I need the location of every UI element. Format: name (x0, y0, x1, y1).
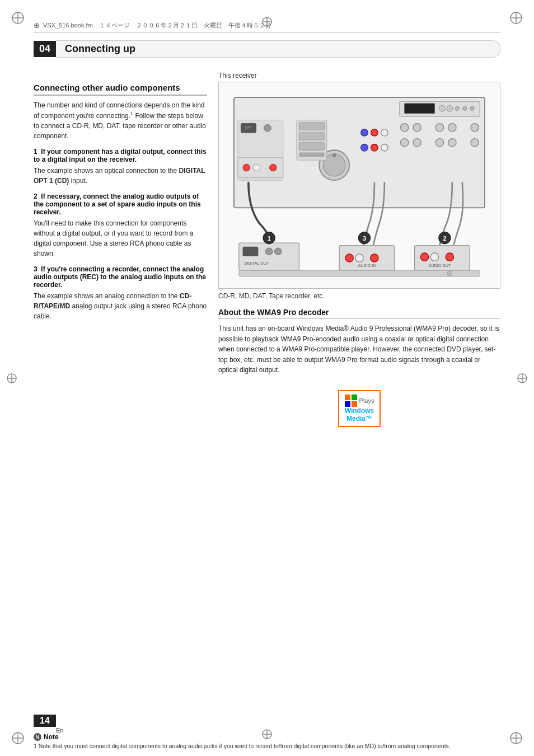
badge-plays-text: Plays (359, 397, 374, 404)
svg-text:AUDIO OUT: AUDIO OUT (429, 264, 451, 268)
svg-point-17 (435, 124, 443, 132)
diagram-svg: OPT (219, 82, 500, 288)
svg-point-11 (447, 105, 453, 111)
top-center-mark (261, 16, 273, 28)
svg-point-60 (446, 253, 453, 261)
svg-point-46 (381, 144, 388, 151)
corner-mark-tl (10, 10, 26, 26)
svg-point-49 (265, 248, 273, 255)
svg-rect-72 (345, 401, 350, 407)
diagram-caption: CD-R, MD, DAT, Tape recorder, etc. (218, 292, 500, 300)
svg-point-54 (355, 254, 363, 262)
step-2-text: You'll need to make this connection for … (34, 218, 207, 259)
corner-mark-tr (508, 10, 524, 26)
svg-rect-37 (299, 123, 324, 130)
main-content: Connecting other audio components The nu… (34, 72, 500, 700)
diagram-label-top: This receiver (218, 72, 500, 79)
section-title: Connecting other audio components (34, 83, 207, 96)
file-info: VSX_516.book.fm １４ページ ２００６年２月２１日 火曜日 午後４… (43, 21, 271, 30)
receiver-diagram: OPT (218, 82, 500, 289)
svg-point-30 (243, 164, 250, 171)
badge-logo: Windows (345, 407, 374, 415)
svg-rect-39 (299, 143, 324, 150)
step-3-text: The example shows an analog connection t… (34, 291, 207, 321)
svg-point-43 (381, 129, 388, 137)
corner-mark-br (508, 730, 524, 746)
svg-rect-70 (345, 395, 350, 400)
chapter-title: Connecting up (56, 40, 500, 58)
svg-rect-71 (352, 395, 357, 400)
svg-point-10 (439, 105, 446, 111)
svg-rect-9 (405, 104, 435, 114)
svg-point-22 (435, 139, 443, 147)
svg-point-24 (471, 139, 479, 147)
svg-text:2: 2 (443, 234, 447, 242)
svg-rect-73 (352, 401, 357, 407)
svg-point-69 (447, 271, 452, 276)
note-text: 1 Note that you must connect digital com… (34, 742, 500, 750)
svg-point-59 (430, 253, 438, 261)
plays-icon (345, 395, 357, 407)
svg-point-19 (471, 124, 479, 132)
chapter-header: 04 Connecting up (34, 40, 500, 58)
arrow-icon: ⊕ (34, 21, 40, 30)
right-column: This receiver (218, 72, 500, 427)
svg-text:1: 1 (267, 234, 271, 242)
badge-plays-row: Plays (345, 395, 374, 407)
svg-point-42 (371, 129, 378, 137)
svg-point-14 (470, 106, 474, 110)
svg-point-44 (361, 144, 368, 151)
svg-rect-38 (299, 133, 324, 140)
svg-point-18 (448, 124, 456, 132)
svg-point-20 (401, 139, 409, 147)
svg-point-12 (455, 106, 459, 110)
svg-point-28 (264, 125, 271, 132)
step-3: 3 If you're connecting a recorder, conne… (34, 265, 207, 321)
left-column: Connecting other audio components The nu… (34, 83, 207, 328)
svg-point-21 (413, 139, 421, 147)
svg-point-13 (463, 106, 467, 110)
svg-text:3: 3 (363, 234, 367, 242)
svg-point-32 (270, 164, 277, 171)
chapter-number: 04 (34, 41, 56, 57)
side-mark-right (516, 372, 528, 384)
step-2: 2 If necessary, connect the analog audio… (34, 192, 207, 259)
step-3-bold: 3 If you're connecting a recorder, conne… (34, 265, 207, 289)
svg-point-55 (371, 254, 378, 262)
svg-rect-48 (243, 247, 258, 256)
page-lang: En (56, 727, 63, 734)
note-icon: N (34, 733, 41, 741)
svg-text:AUDIO IN: AUDIO IN (358, 264, 376, 268)
svg-point-45 (371, 144, 378, 151)
page-number: 14 (34, 715, 56, 727)
svg-point-15 (401, 124, 409, 132)
step-1-text: The example shows an optical connection … (34, 166, 207, 186)
svg-point-31 (253, 164, 260, 171)
step-1-bold: 1 If your component has a digital output… (34, 148, 207, 163)
step-1: 1 If your component has a digital output… (34, 148, 207, 186)
side-mark-left (6, 372, 18, 384)
windows-media-badge: Plays Windows Media™ (338, 390, 381, 427)
svg-point-35 (332, 153, 336, 157)
svg-point-53 (345, 254, 353, 262)
svg-text:OPT: OPT (245, 126, 252, 130)
svg-point-23 (448, 139, 456, 147)
svg-rect-40 (299, 153, 324, 157)
wma-title: About the WMA9 Pro decoder (218, 308, 500, 319)
svg-point-58 (420, 253, 428, 261)
svg-point-41 (361, 129, 368, 137)
intro-text: The number and kind of connections depen… (34, 100, 207, 141)
svg-point-50 (275, 248, 282, 255)
bottom-center-mark (261, 728, 273, 740)
step-2-bold: 2 If necessary, connect the analog audio… (34, 192, 207, 216)
wma-text: This unit has an on-board Windows Media®… (218, 323, 500, 375)
wma-section: About the WMA9 Pro decoder This unit has… (218, 308, 500, 427)
corner-mark-bl (10, 730, 26, 746)
badge-media: Media™ (345, 415, 374, 422)
diagram-area: This receiver (218, 72, 500, 427)
svg-text:DIGITAL OUT: DIGITAL OUT (244, 261, 269, 266)
svg-point-16 (413, 124, 421, 132)
svg-rect-68 (239, 270, 480, 276)
